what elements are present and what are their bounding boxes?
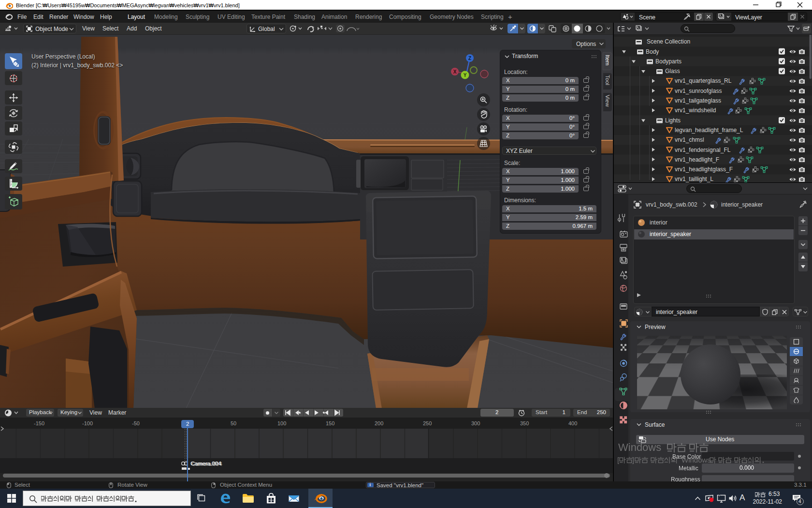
svg-text:Scene Collection: Scene Collection xyxy=(647,38,690,45)
svg-text:legvan_headlight_frame_L: legvan_headlight_frame_L xyxy=(675,127,743,134)
svg-text:]: ] xyxy=(632,456,634,464)
svg-text:vrv1_quarterglass_RL: vrv1_quarterglass_RL xyxy=(675,77,732,84)
svg-text:vrv1_headlightglass_F: vrv1_headlightglass_F xyxy=(675,166,733,173)
svg-text:Windows: Windows xyxy=(682,456,711,464)
svg-text:vrv1_tailgateglass: vrv1_tailgateglass xyxy=(675,97,721,104)
svg-text:Glass: Glass xyxy=(665,68,680,75)
svg-text:Bodyparts: Bodyparts xyxy=(655,58,682,65)
svg-text:Lights: Lights xyxy=(665,117,681,124)
svg-text:vrv1_taillight_L: vrv1_taillight_L xyxy=(675,176,713,182)
svg-text:vrv1_sunroofglass: vrv1_sunroofglass xyxy=(675,88,722,94)
svg-text:vrv1_chmsl: vrv1_chmsl xyxy=(675,136,704,143)
svg-text:X: X xyxy=(453,69,457,75)
svg-text:vrv1_windsheild: vrv1_windsheild xyxy=(675,107,716,114)
svg-text:Z: Z xyxy=(468,56,471,61)
svg-text:vrv1_fendersignal_FL: vrv1_fendersignal_FL xyxy=(675,147,731,153)
svg-text:Body: Body xyxy=(646,48,659,55)
svg-text:vrv1_headlight_F: vrv1_headlight_F xyxy=(675,156,719,163)
svg-text:Y: Y xyxy=(464,73,467,78)
svg-text:[: [ xyxy=(617,456,620,464)
